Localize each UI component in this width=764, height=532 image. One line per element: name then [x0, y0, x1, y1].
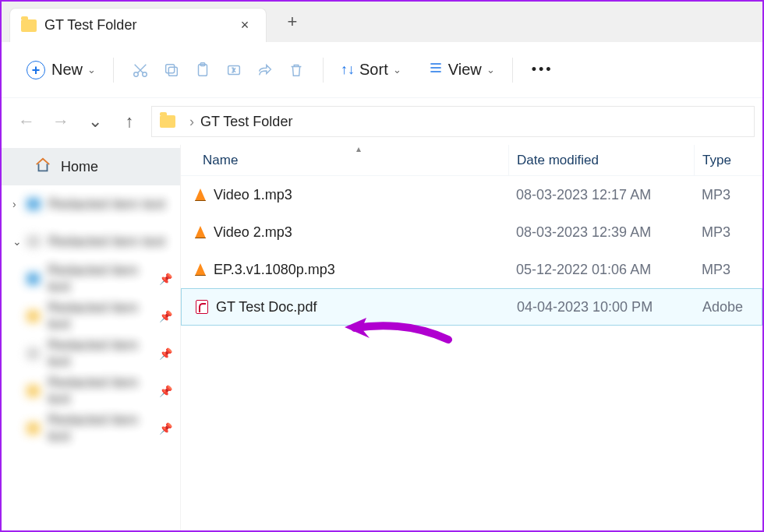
sidebar-item-home[interactable]: Home	[2, 148, 180, 185]
sidebar-item-label: Redacted item text	[48, 337, 159, 370]
sidebar-item-label: Redacted item text	[48, 412, 159, 445]
pin-icon[interactable]: 📌	[159, 310, 172, 322]
close-tab-button[interactable]: ×	[235, 17, 255, 33]
file-row[interactable]: Video 1.mp308-03-2023 12:17 AMMP3	[181, 176, 762, 213]
file-type: MP3	[694, 224, 762, 241]
sidebar-item[interactable]: Redacted item text📌	[2, 372, 180, 410]
cut-icon[interactable]	[125, 57, 156, 83]
paste-icon[interactable]	[187, 57, 218, 83]
sidebar-item-label: Redacted item text	[48, 375, 159, 407]
sidebar-item[interactable]: Redacted item text📌	[2, 335, 180, 372]
sidebar-item[interactable]: Redacted item text📌	[2, 298, 180, 335]
address-bar[interactable]: › GT Test Folder	[151, 106, 755, 137]
pdf-icon	[196, 300, 208, 314]
chevron-down-icon: ⌄	[486, 64, 495, 76]
sidebar-item-label: Redacted item text	[48, 234, 165, 250]
file-row[interactable]: GT Test Doc.pdf04-04-2023 10:00 PMAdobe	[181, 288, 762, 326]
sidebar-item[interactable]: Redacted item text📌	[2, 410, 180, 447]
sidebar: Home ›Redacted item text⌄Redacted item t…	[2, 145, 181, 530]
file-date: 04-04-2023 10:00 PM	[509, 299, 695, 315]
sidebar-item-label: Redacted item text	[48, 300, 159, 333]
vlc-cone-icon	[195, 226, 206, 238]
file-name: Video 2.mp3	[214, 224, 292, 241]
sort-label: Sort	[359, 61, 388, 79]
file-type: MP3	[694, 262, 762, 278]
forward-button[interactable]: →	[44, 106, 78, 137]
file-row[interactable]: EP.3.v1.1080p.mp305-12-2022 01:06 AMMP3	[181, 251, 762, 288]
new-tab-button[interactable]: +	[276, 5, 309, 38]
file-date: 08-03-2023 12:17 AM	[508, 187, 694, 203]
nav-row: ← → ⌄ ↑ › GT Test Folder	[2, 98, 762, 145]
tab-active[interactable]: GT Test Folder ×	[9, 8, 267, 42]
new-button[interactable]: + New ⌄	[20, 56, 102, 84]
sort-icon: ↑↓	[341, 62, 355, 78]
file-pane: ▴ Name Date modified Type Video 1.mp308-…	[181, 145, 762, 530]
folder-icon	[21, 19, 37, 32]
recent-dropdown[interactable]: ⌄	[78, 106, 112, 137]
toolbar: + New ⌄ ↑↓ Sort ⌄	[2, 42, 762, 98]
file-name: GT Test Doc.pdf	[216, 299, 317, 315]
column-header-name[interactable]: Name	[181, 153, 508, 168]
pin-icon[interactable]: 📌	[159, 422, 172, 435]
sidebar-item-label: Redacted item text	[48, 262, 159, 295]
chevron-down-icon: ⌄	[393, 64, 401, 76]
sidebar-item[interactable]: ›Redacted item text	[2, 185, 180, 223]
svg-rect-2	[168, 67, 177, 76]
more-button[interactable]: •••	[524, 57, 561, 83]
file-name: EP.3.v1.1080p.mp3	[214, 262, 335, 278]
view-label: View	[448, 61, 482, 79]
breadcrumb-separator: ›	[189, 114, 194, 130]
column-header-date[interactable]: Date modified	[508, 145, 694, 175]
tab-strip: GT Test Folder × +	[2, 2, 762, 42]
share-icon[interactable]	[249, 57, 281, 83]
delete-icon[interactable]	[281, 57, 312, 83]
sidebar-home-label: Home	[61, 159, 98, 175]
view-button[interactable]: View ⌄	[422, 55, 501, 84]
sort-indicator-icon: ▴	[356, 143, 361, 154]
plus-circle-icon: +	[27, 61, 45, 79]
rename-icon[interactable]	[218, 57, 249, 83]
file-date: 05-12-2022 01:06 AM	[508, 262, 694, 278]
file-date: 08-03-2023 12:39 AM	[508, 224, 694, 241]
breadcrumb-current[interactable]: GT Test Folder	[200, 114, 292, 130]
expand-icon[interactable]: ›	[12, 198, 27, 210]
sidebar-item-label: Redacted item text	[48, 196, 165, 213]
file-name: Video 1.mp3	[214, 187, 292, 203]
sidebar-item[interactable]: Redacted item text📌	[2, 260, 180, 298]
view-list-icon	[428, 60, 444, 79]
expand-icon[interactable]: ⌄	[12, 235, 27, 248]
file-type: MP3	[694, 187, 762, 203]
column-headers: ▴ Name Date modified Type	[181, 145, 762, 176]
vlc-cone-icon	[195, 263, 206, 276]
tab-title: GT Test Folder	[44, 17, 235, 33]
home-icon	[34, 157, 51, 178]
sort-button[interactable]: ↑↓ Sort ⌄	[334, 56, 408, 83]
pin-icon[interactable]: 📌	[159, 273, 172, 285]
svg-rect-3	[166, 64, 175, 72]
new-label: New	[51, 61, 83, 79]
copy-icon[interactable]	[156, 57, 187, 83]
column-header-type[interactable]: Type	[694, 145, 762, 175]
chevron-down-icon: ⌄	[87, 64, 96, 76]
file-row[interactable]: Video 2.mp308-03-2023 12:39 AMMP3	[181, 213, 762, 251]
folder-icon	[160, 115, 175, 128]
vlc-cone-icon	[195, 188, 206, 201]
pin-icon[interactable]: 📌	[159, 347, 172, 360]
pin-icon[interactable]: 📌	[159, 385, 172, 397]
back-button[interactable]: ←	[9, 106, 44, 137]
file-type: Adobe	[695, 299, 762, 315]
sidebar-item[interactable]: ⌄Redacted item text	[2, 223, 180, 260]
up-button[interactable]: ↑	[112, 106, 147, 137]
